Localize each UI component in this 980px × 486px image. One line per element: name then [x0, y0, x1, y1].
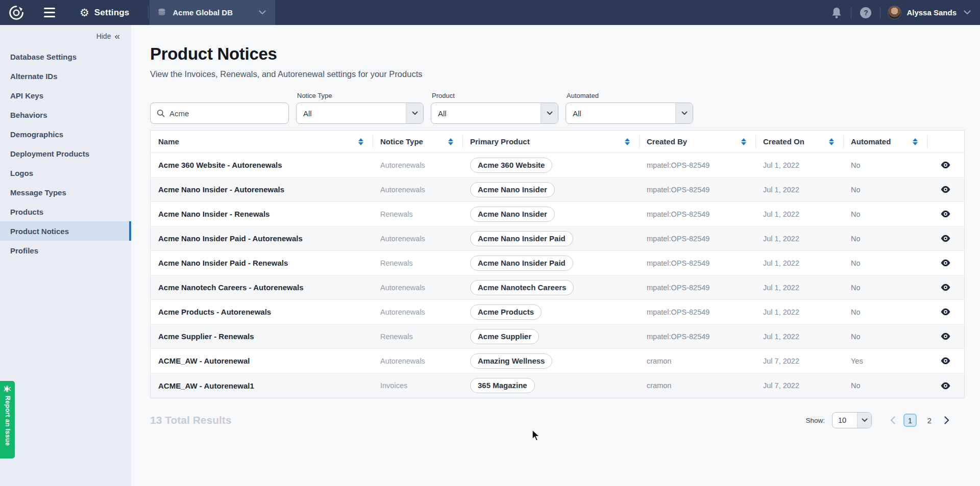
cell-actions — [927, 284, 964, 291]
next-page-button[interactable] — [942, 416, 951, 424]
filter-select-notice-type[interactable]: All — [296, 103, 424, 124]
cell-created-on: Jul 1, 2022 — [755, 210, 843, 218]
cell-actions — [927, 161, 964, 169]
view-notice-button[interactable] — [941, 161, 950, 169]
view-notice-button[interactable] — [941, 210, 950, 218]
sidebar-item-profiles[interactable]: Profiles — [0, 241, 131, 260]
sidebar-hide-button[interactable]: Hide « — [0, 25, 131, 40]
column-header-automated: Automated — [843, 131, 927, 152]
cell-primary-product: Acme Nano Insider Paid — [462, 231, 639, 246]
view-notice-button[interactable] — [941, 382, 950, 390]
filter-label: Automated — [567, 92, 693, 99]
sort-up-arrow — [913, 138, 918, 141]
show-label: Show: — [805, 417, 825, 424]
sidebar-item-products[interactable]: Products — [0, 202, 131, 221]
search-input[interactable] — [169, 109, 282, 118]
view-notice-button[interactable] — [941, 284, 950, 291]
cell-created-on: Jul 1, 2022 — [755, 308, 843, 316]
sidebar-item-product-notices[interactable]: Product Notices — [0, 221, 131, 241]
column-header-actions — [927, 131, 964, 152]
user-menu-chevron-icon[interactable] — [964, 10, 971, 15]
cell-primary-product: Amazing Wellness — [462, 353, 639, 369]
footer-right: Show: 10 12 — [805, 412, 965, 428]
primary-product-pill[interactable]: Amazing Wellness — [470, 353, 552, 369]
view-notice-button[interactable] — [941, 357, 950, 365]
view-notice-button[interactable] — [941, 235, 950, 242]
view-notice-button[interactable] — [941, 186, 950, 193]
brand-logo-icon[interactable] — [0, 5, 33, 20]
primary-product-pill[interactable]: Acme Nano Insider Paid — [470, 255, 573, 271]
primary-product-pill[interactable]: Acme Nano Insider — [470, 182, 555, 197]
sidebar-item-api-keys[interactable]: API Keys — [0, 86, 131, 105]
primary-product-pill[interactable]: 365 Magazine — [470, 378, 535, 393]
page-title: Product Notices — [150, 44, 423, 64]
primary-product-pill[interactable]: Acme Nano Insider — [470, 207, 555, 222]
cell-primary-product: Acme Nano Insider — [462, 182, 639, 197]
cell-actions — [927, 357, 964, 365]
cell-created-on: Jul 1, 2022 — [755, 186, 843, 194]
filter-select-value: All — [431, 109, 541, 118]
settings-sidebar: Hide « Database SettingsAlternate IDsAPI… — [0, 25, 131, 486]
hamburger-menu-icon[interactable] — [44, 8, 55, 17]
view-notice-button[interactable] — [941, 308, 950, 316]
sort-icon[interactable] — [913, 138, 918, 145]
help-button[interactable]: ? — [855, 7, 876, 18]
table-row: ACME_AW - Autorenewal1Invoices365 Magazi… — [151, 373, 964, 398]
cell-notice-type: Autorenewals — [373, 161, 462, 169]
avatar[interactable] — [888, 6, 901, 19]
sidebar-item-database-settings[interactable]: Database Settings — [0, 47, 131, 66]
database-selector-value: Acme Global DB — [173, 8, 253, 17]
table-row: Acme 360 Website - AutorenewalsAutorenew… — [151, 153, 964, 177]
cell-notice-type: Autorenewals — [373, 186, 462, 194]
settings-nav[interactable]: ⚙ Settings — [80, 7, 130, 18]
table-row: Acme Supplier - RenewalsRenewalsAcme Sup… — [151, 324, 964, 349]
cell-automated: No — [843, 332, 927, 341]
page-button-1[interactable]: 1 — [903, 414, 917, 427]
primary-product-pill[interactable]: Acme Products — [470, 304, 542, 320]
column-header-label: Primary Product — [470, 137, 530, 146]
prev-page-button[interactable] — [888, 416, 897, 424]
sidebar-item-logos[interactable]: Logos — [0, 163, 131, 183]
sidebar-item-behaviors[interactable]: Behaviors — [0, 105, 131, 124]
primary-product-pill[interactable]: Acme Nano Insider Paid — [470, 231, 573, 246]
sort-icon[interactable] — [741, 138, 746, 145]
page-size-select[interactable]: 10 — [832, 412, 872, 428]
primary-product-pill[interactable]: Acme Nanotech Careers — [470, 280, 574, 295]
sort-down-arrow — [913, 142, 918, 145]
primary-product-pill[interactable]: Acme 360 Website — [470, 158, 552, 173]
sidebar-item-demographics[interactable]: Demographics — [0, 124, 131, 144]
cell-created-by: mpatel:OPS-82549 — [639, 235, 755, 243]
sort-icon[interactable] — [829, 138, 834, 145]
page-button-2[interactable]: 2 — [923, 414, 936, 427]
filter-group-product: ProductAll — [431, 92, 558, 124]
cell-automated: No — [843, 235, 927, 243]
database-selector[interactable]: Acme Global DB — [150, 0, 275, 25]
eye-icon — [941, 210, 950, 218]
filter-select-product[interactable]: All — [431, 103, 558, 124]
chevron-down-icon — [857, 413, 871, 428]
sidebar-item-deployment-products[interactable]: Deployment Products — [0, 144, 131, 163]
table-body: Acme 360 Website - AutorenewalsAutorenew… — [151, 153, 964, 398]
sort-icon[interactable] — [358, 138, 363, 145]
notifications-button[interactable] — [826, 7, 847, 19]
report-an-issue-button[interactable]: Report an Issue — [0, 381, 15, 458]
sidebar-item-alternate-ids[interactable]: Alternate IDs — [0, 66, 131, 86]
primary-product-pill[interactable]: Acme Supplier — [470, 329, 539, 344]
cell-notice-type: Invoices — [373, 381, 462, 390]
sort-icon[interactable] — [625, 138, 630, 145]
cell-created-by: mpatel:OPS-82549 — [639, 284, 755, 292]
cell-created-by: cramon — [639, 381, 755, 390]
sort-down-arrow — [741, 142, 746, 145]
topbar-right: ? Alyssa Sands — [826, 6, 980, 19]
cell-notice-type: Autorenewals — [373, 308, 462, 316]
sort-icon[interactable] — [448, 138, 453, 145]
cell-automated: No — [843, 161, 927, 169]
sidebar-item-message-types[interactable]: Message Types — [0, 183, 131, 202]
double-chevron-left-icon: « — [114, 33, 120, 40]
view-notice-button[interactable] — [941, 259, 950, 267]
view-notice-button[interactable] — [941, 332, 950, 340]
filter-select-automated[interactable]: All — [566, 103, 693, 124]
cell-notice-type: Renewals — [373, 259, 462, 267]
sidebar-item-label: Deployment Products — [10, 149, 89, 158]
sort-down-arrow — [829, 142, 834, 145]
